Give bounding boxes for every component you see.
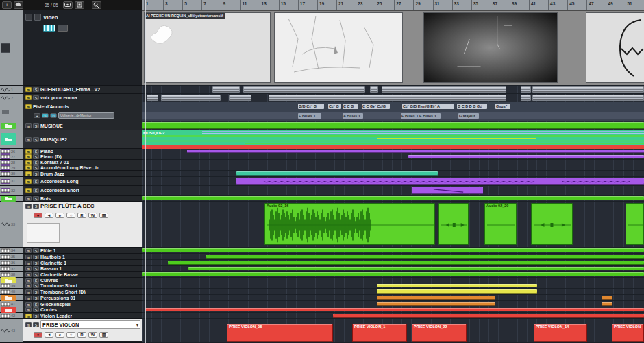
- record-button[interactable]: ●: [34, 332, 42, 338]
- record-button[interactable]: ●: [34, 213, 42, 218]
- lock-icon[interactable]: [34, 14, 41, 21]
- clip[interactable]: [187, 150, 644, 153]
- chord-event[interactable]: C♯° G: [328, 104, 341, 109]
- mute-button[interactable]: m: [25, 204, 32, 209]
- pencil-icon[interactable]: ✎: [42, 113, 49, 118]
- solo-button[interactable]: S: [33, 95, 39, 100]
- track-row-violoncard[interactable]: 43mSPRISE VIOLON▾●◄e○RW▥: [0, 319, 142, 343]
- chord-event[interactable]: G C D D G G♯: [457, 104, 487, 109]
- solo-button[interactable]: S: [33, 87, 39, 92]
- scale-event[interactable]: F Blues 1: [298, 113, 321, 119]
- listen-button[interactable]: ○: [66, 332, 75, 338]
- channel-strip-button[interactable]: ▥: [99, 213, 108, 218]
- track-name-field[interactable]: PRISE VIOLON▾: [40, 320, 140, 329]
- video-thumbnail[interactable]: [274, 12, 403, 83]
- video-thumbnail[interactable]: [423, 12, 558, 83]
- clip[interactable]: [188, 267, 644, 270]
- lane-clarbasse[interactable]: [142, 272, 644, 278]
- clip[interactable]: [521, 95, 531, 101]
- chord-event[interactable]: G/D C♯° G: [298, 104, 324, 109]
- clip[interactable]: [142, 196, 644, 200]
- lane-flutecard[interactable]: Audio 02_16Audio 02_20: [142, 202, 644, 248]
- lane-violoncard[interactable]: PRISE VIOLON_08PRISE VIOLON_1PRISE VIOLO…: [142, 319, 644, 343]
- lane-gueirouard[interactable]: [142, 86, 644, 94]
- mute-button[interactable]: m: [25, 272, 32, 277]
- clip[interactable]: PRISE VIOLON_14: [534, 324, 587, 342]
- transport-e-button[interactable]: e: [55, 332, 64, 338]
- track-row-drumjazz[interactable]: 30mSDrum Jazz: [0, 171, 142, 177]
- mute-button[interactable]: m: [25, 95, 32, 100]
- clip[interactable]: [408, 155, 644, 158]
- mute-button[interactable]: m: [25, 165, 32, 170]
- clip[interactable]: Audio 02_20: [484, 203, 517, 245]
- track-row-kontakt[interactable]: 28mSKontakt 7 01: [0, 160, 142, 165]
- clip[interactable]: [236, 178, 644, 185]
- clip[interactable]: [142, 272, 644, 276]
- solo-button[interactable]: S: [33, 188, 39, 193]
- track-row-pianod[interactable]: 27mSPiano (D): [0, 154, 142, 160]
- track-row-glockenspiel[interactable]: 41mSGlockenspiel: [0, 301, 142, 307]
- lane-flute1[interactable]: [142, 248, 644, 254]
- cloud-icon[interactable]: [14, 1, 23, 9]
- lane-accreve[interactable]: [142, 165, 644, 171]
- track-row-vleader[interactable]: 42mSViolon Leader: [0, 313, 142, 319]
- track-row-basson[interactable]: 37mSBasson 1: [0, 266, 142, 272]
- solo-button[interactable]: S: [33, 248, 39, 253]
- track-row-trbshort[interactable]: 39mSTrombone Short: [0, 283, 142, 289]
- film-strip-icon[interactable]: [43, 25, 55, 32]
- chord-event[interactable]: C C G: [343, 104, 358, 109]
- solo-button[interactable]: S: [33, 137, 39, 142]
- mute-button[interactable]: m: [25, 137, 32, 142]
- arrangement-area[interactable]: AI PECHE UN REQUIN_v5lilyetxaviersansMG/…: [142, 10, 644, 343]
- lane-basson[interactable]: [142, 266, 644, 272]
- chord-event[interactable]: C C G♭° C♯/G: [362, 104, 390, 109]
- track-row-bois[interactable]: mSBois: [0, 196, 142, 202]
- lane-acclong[interactable]: [142, 177, 644, 186]
- scale-event[interactable]: A Blues 1: [343, 113, 363, 119]
- mute-button[interactable]: m: [25, 322, 32, 327]
- solo-button[interactable]: S: [33, 296, 39, 300]
- playhead[interactable]: [145, 0, 146, 343]
- lane-accords[interactable]: G/D C♯° GC♯° GC C GC C G♭° C♯/GC♯° G/D E…: [142, 102, 644, 121]
- clip[interactable]: [269, 95, 506, 101]
- clip[interactable]: [212, 86, 240, 93]
- clip[interactable]: [377, 284, 537, 287]
- track-row-voix[interactable]: 2mSvoix pour emma: [0, 94, 142, 102]
- track-row-hautbois[interactable]: 35mSHautbois 1: [0, 254, 142, 260]
- lane-glockenspiel[interactable]: [142, 301, 644, 307]
- mute-button[interactable]: m: [25, 104, 32, 109]
- solo-button[interactable]: S: [33, 255, 39, 259]
- lane-trbshort[interactable]: [142, 283, 644, 289]
- track-row-clarbasse[interactable]: 38mSClarinette Basse: [0, 272, 142, 278]
- clip[interactable]: [382, 86, 506, 93]
- mute-button[interactable]: m: [25, 289, 32, 294]
- track-row-acclong[interactable]: 31mSAccordéon Long: [0, 177, 142, 186]
- solo-button[interactable]: S: [33, 307, 39, 312]
- solo-button[interactable]: S: [33, 272, 39, 277]
- lane-bois[interactable]: [142, 196, 644, 202]
- lane-cuivres[interactable]: [142, 278, 644, 283]
- grid-icon[interactable]: [75, 1, 84, 9]
- mute-button[interactable]: m: [25, 266, 32, 271]
- clip[interactable]: Audio 02_16: [264, 203, 435, 245]
- solo-button[interactable]: S: [33, 149, 39, 154]
- track-row-percussions[interactable]: mSPercussions 01: [0, 295, 142, 301]
- lane-accshort[interactable]: [142, 186, 644, 196]
- camera-icon[interactable]: [63, 1, 73, 9]
- thumbnail-toggle-icon[interactable]: [25, 14, 32, 21]
- timeline-ruler[interactable]: 1357911131517192123252729313335373941434…: [142, 0, 644, 11]
- mute-button[interactable]: m: [25, 261, 32, 265]
- clip[interactable]: [168, 261, 644, 265]
- clip[interactable]: [377, 302, 495, 306]
- solo-button[interactable]: S: [33, 302, 39, 307]
- transport-R-button[interactable]: R: [77, 213, 86, 218]
- mute-button[interactable]: m: [25, 307, 32, 312]
- solo-button[interactable]: S: [33, 261, 39, 265]
- clip[interactable]: PRISE VIOLON_08: [227, 324, 333, 342]
- clip[interactable]: [521, 86, 531, 93]
- chord-event[interactable]: C♯° G/D E♭m/G E♭° A: [402, 104, 454, 109]
- transport-R-button[interactable]: R: [77, 332, 86, 338]
- chord-event[interactable]: Gsus⁴: [495, 104, 510, 109]
- mute-button[interactable]: m: [25, 248, 32, 253]
- solo-button[interactable]: S: [33, 266, 39, 271]
